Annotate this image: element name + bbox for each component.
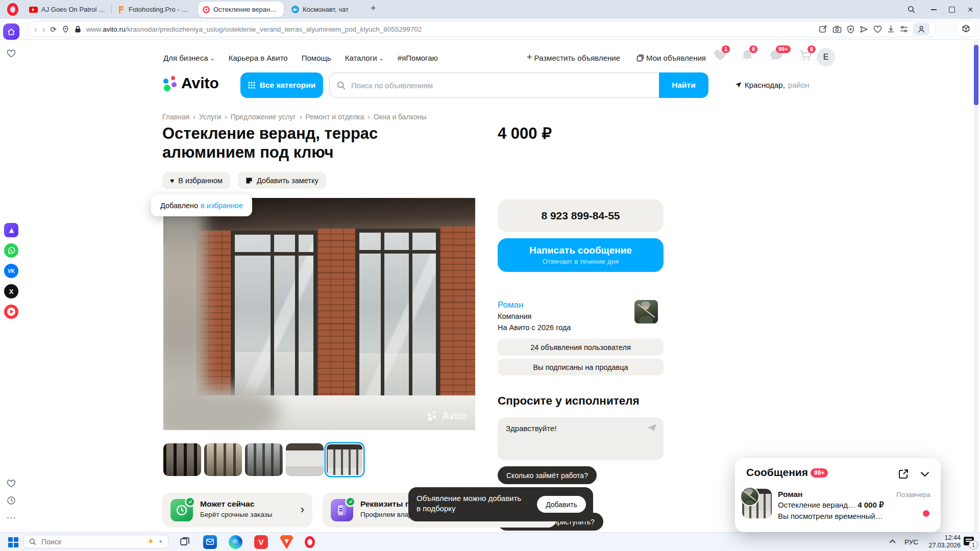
nav-for-business[interactable]: Для бизнеса⌄ (163, 54, 215, 62)
send-icon[interactable] (860, 26, 868, 33)
history-clock-icon[interactable] (0, 496, 22, 505)
photo-thumbnail-2[interactable] (204, 443, 242, 476)
sidebar-more-icon[interactable]: ⋯ (0, 512, 22, 523)
tab-search-icon[interactable] (902, 0, 920, 19)
tab-avito-active[interactable]: Остекление веранд, терр (198, 2, 284, 17)
reload-icon[interactable]: ⟳ (50, 26, 57, 33)
avito-logo[interactable]: Avito (163, 74, 219, 92)
breadcrumb-item[interactable]: Ремонт и отделка (305, 113, 364, 121)
add-note-button[interactable]: Добавить заметку (238, 172, 326, 189)
scrollbar-thumb[interactable] (974, 45, 978, 105)
breadcrumb-item[interactable]: Услуги (199, 113, 221, 121)
phone-number[interactable]: 8 923 899-84-55 (498, 199, 664, 232)
listing-photo[interactable]: Avito (163, 198, 475, 430)
send-message-icon[interactable] (647, 423, 657, 432)
post-ad-button[interactable]: + Разместить объявление (527, 51, 620, 64)
taskbar-search[interactable]: ✦ ✦ (23, 535, 168, 548)
tab-title: Космонавт, чат (303, 6, 349, 13)
subscribed-button[interactable]: Вы подписаны на продавца (498, 359, 664, 375)
photo-thumbnail-4[interactable] (286, 443, 324, 476)
clock[interactable]: 12:44 27.03.2026 (923, 534, 961, 549)
location-icon[interactable] (62, 26, 69, 33)
heart-icon[interactable] (873, 26, 882, 33)
favorites-link[interactable]: в избранное (201, 202, 243, 210)
x-twitter-icon[interactable]: X (4, 284, 18, 298)
favorited-button[interactable]: ♥ В избранном (162, 172, 230, 189)
edge-icon[interactable] (229, 535, 242, 549)
tab-youtube[interactable]: AJ Goes On Patrol Or AJ S (24, 2, 110, 17)
url-text[interactable]: www.avito.ru/krasnodar/predlozheniya_usl… (86, 26, 422, 33)
favorites-heart-icon[interactable] (0, 49, 22, 58)
back-icon[interactable]: ‹ (34, 25, 37, 34)
new-tab-button[interactable]: + (371, 3, 376, 14)
message-listing-thumbnail[interactable] (742, 489, 772, 518)
nav-yahelp[interactable]: #яПомогаю (398, 54, 438, 62)
seller-avatar[interactable] (634, 300, 658, 323)
header-cart-icon[interactable]: 8 (799, 49, 815, 64)
box-icon (962, 24, 970, 33)
vivaldi-icon[interactable]: V (254, 535, 268, 549)
message-preview[interactable]: Вы посмотрели временный… (778, 512, 883, 520)
photo-thumbnail-3[interactable] (245, 443, 283, 476)
task-view-button[interactable] (180, 537, 193, 550)
photo-thumbnail-5-selected[interactable] (326, 443, 363, 476)
header-messages-icon[interactable]: 99+ (770, 49, 785, 64)
open-in-new-icon[interactable] (898, 468, 909, 480)
breadcrumb-item[interactable]: Предложение услуг (231, 113, 296, 121)
restore-button[interactable] (943, 0, 961, 19)
sidebar-setup-button[interactable] (955, 20, 976, 37)
seller-name-link[interactable]: Роман (498, 300, 524, 310)
location-selector[interactable]: Краснодар, район (735, 81, 810, 89)
photo-thumbnail-1[interactable] (163, 443, 201, 476)
forward-icon[interactable]: › (42, 25, 45, 34)
compose-icon[interactable] (819, 25, 827, 34)
nav-career[interactable]: Карьера в Авито (229, 54, 288, 62)
settings-sliders-icon[interactable] (900, 26, 908, 33)
language-indicator[interactable]: РУС (904, 538, 918, 546)
message-subject[interactable]: Остекление веранд… 4 000 ₽ (778, 500, 884, 510)
taskbar-search-input[interactable] (40, 537, 143, 546)
find-button[interactable]: Найти (659, 72, 708, 98)
opera-taskbar-icon[interactable] (303, 535, 316, 549)
seller-ads-button[interactable]: 24 объявления пользователя (498, 339, 664, 356)
whatsapp-icon[interactable] (4, 243, 18, 258)
close-button[interactable]: ✕ (962, 0, 979, 19)
hidden-icons-chevron[interactable] (889, 539, 896, 543)
ask-input[interactable]: Здравствуйте! (498, 417, 664, 460)
minimize-button[interactable] (925, 0, 942, 19)
outlook-icon[interactable] (203, 535, 217, 549)
header-favorites-icon[interactable]: 1 (714, 49, 729, 64)
header-notifications-icon[interactable]: 8 (741, 49, 756, 64)
lock-icon[interactable] (75, 26, 81, 33)
profile-icon[interactable] (913, 22, 929, 36)
address-bar[interactable]: ‹ › ⟳ www.avito.ru/krasnodar/predlozheni… (28, 21, 936, 37)
camera-icon[interactable] (832, 26, 842, 33)
tab-fotohosting[interactable]: Fotohosting.Pro - Фотохо (113, 2, 196, 17)
all-categories-button[interactable]: Все категории (240, 72, 323, 98)
add-to-collection-button[interactable]: Добавить (537, 496, 586, 513)
start-button[interactable] (8, 537, 18, 547)
tab-telegram[interactable]: Космонавт, чат (287, 2, 363, 17)
speed-dial-button[interactable] (3, 23, 19, 40)
collapse-chevron-icon[interactable] (920, 471, 929, 477)
sidebar-heart-icon[interactable] (0, 480, 22, 488)
page-scrollbar[interactable] (974, 41, 978, 532)
brave-icon[interactable] (280, 535, 293, 549)
search-input[interactable] (329, 72, 659, 98)
quick-question-chip-1[interactable]: Сколько займёт работа? (498, 466, 597, 484)
nav-help[interactable]: Помощь (302, 54, 331, 62)
user-avatar[interactable]: E (817, 48, 835, 66)
pinboards-icon[interactable] (4, 223, 18, 237)
can-work-now-card[interactable]: Может сейчас Берёт срочные заказы › (162, 493, 312, 528)
message-sender-name[interactable]: Роман (778, 490, 802, 499)
breadcrumb-item[interactable]: Окна и балконы (374, 113, 427, 121)
download-icon[interactable] (887, 25, 895, 33)
youtube-player-icon[interactable] (4, 305, 18, 319)
my-ads-button[interactable]: Мои объявления (636, 51, 706, 64)
breadcrumb-item[interactable]: Главная (162, 113, 189, 121)
shield-block-icon[interactable] (847, 25, 854, 34)
write-message-button[interactable]: Написать сообщение Отвечает в течение дн… (498, 238, 664, 272)
nav-catalogs[interactable]: Каталоги⌄ (345, 54, 384, 62)
vk-icon[interactable]: VK (4, 264, 18, 278)
messages-count-badge: 99+ (811, 468, 828, 478)
